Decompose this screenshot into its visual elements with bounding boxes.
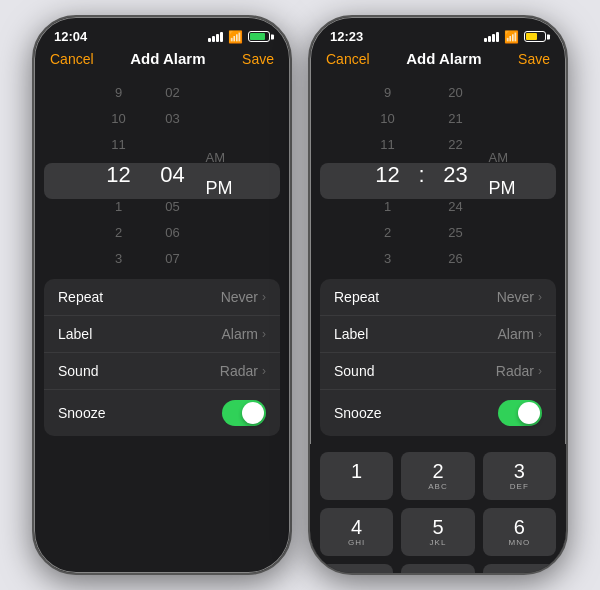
- status-bar-right: 12:23 📶: [310, 17, 566, 48]
- phone-right: 12:23 📶 Cancel Add Alarm Save 9 10: [308, 15, 568, 575]
- sound-label: Sound: [58, 363, 98, 379]
- numpad-key-9[interactable]: 9 WXYZ: [483, 564, 556, 575]
- cancel-button-right[interactable]: Cancel: [326, 51, 370, 67]
- repeat-label-right: Repeat: [334, 289, 379, 305]
- time-right: 12:23: [330, 29, 363, 44]
- sound-value: Radar ›: [220, 363, 266, 379]
- numpad-key-4[interactable]: 4 GHI: [320, 508, 393, 556]
- repeat-value: Never ›: [221, 289, 266, 305]
- settings-list-left: Repeat Never › Label Alarm › Sound Radar…: [44, 279, 280, 436]
- status-bar-left: 12:04 📶: [34, 17, 290, 48]
- snooze-toggle-right[interactable]: [498, 400, 542, 426]
- sound-row-left[interactable]: Sound Radar ›: [44, 353, 280, 390]
- snooze-row-right[interactable]: Snooze: [320, 390, 556, 436]
- chevron-icon: ›: [262, 290, 266, 304]
- status-icons-right: 📶: [484, 30, 546, 44]
- save-button-right[interactable]: Save: [518, 51, 550, 67]
- chevron-icon: ›: [262, 364, 266, 378]
- colon-separator: :: [415, 164, 429, 186]
- snooze-label: Snooze: [58, 405, 105, 421]
- battery-icon-right: [524, 31, 546, 42]
- ampm-column-left[interactable]: AM PM: [200, 144, 233, 206]
- repeat-row-right[interactable]: Repeat Never ›: [320, 279, 556, 316]
- wifi-icon: 📶: [228, 30, 243, 44]
- sound-row-right[interactable]: Sound Radar ›: [320, 353, 556, 390]
- repeat-label: Repeat: [58, 289, 103, 305]
- snooze-label-right: Snooze: [334, 405, 381, 421]
- save-button-left[interactable]: Save: [242, 51, 274, 67]
- chevron-icon: ›: [538, 364, 542, 378]
- label-row-left[interactable]: Label Alarm ›: [44, 316, 280, 353]
- numpad-grid: 1 2 ABC 3 DEF 4 GHI 5 JKL 6 MNO: [320, 452, 556, 575]
- label-value-right: Alarm ›: [497, 326, 542, 342]
- hours-column-left[interactable]: 9 10 11 12 1 2 3: [92, 79, 146, 271]
- wifi-icon-right: 📶: [504, 30, 519, 44]
- alarm-label-right: Label: [334, 326, 368, 342]
- minutes-column-left[interactable]: 02 03 AM 04 05 06 07: [146, 79, 200, 271]
- signal-icon-right: [484, 32, 499, 42]
- numpad-key-7[interactable]: 7 PQRS: [320, 564, 393, 575]
- numpad-key-8[interactable]: 8 TUV: [401, 564, 474, 575]
- time-left: 12:04: [54, 29, 87, 44]
- chevron-icon: ›: [538, 327, 542, 341]
- alarm-label-label: Label: [58, 326, 92, 342]
- nav-bar-left: Cancel Add Alarm Save: [34, 48, 290, 75]
- numpad: 1 2 ABC 3 DEF 4 GHI 5 JKL 6 MNO: [310, 444, 566, 575]
- label-value: Alarm ›: [221, 326, 266, 342]
- sound-value-right: Radar ›: [496, 363, 542, 379]
- time-picker-right: 9 10 11 12 1 2 3 : 20 21 22 23 24 25 26 …: [310, 75, 566, 279]
- time-picker-left: 9 10 11 12 1 2 3 02 03 AM 04 05 06 07 AM…: [34, 75, 290, 279]
- label-row-right[interactable]: Label Alarm ›: [320, 316, 556, 353]
- sound-label-right: Sound: [334, 363, 374, 379]
- ampm-column-right[interactable]: AM PM: [483, 144, 516, 206]
- hours-column-right[interactable]: 9 10 11 12 1 2 3: [361, 79, 415, 271]
- page-title-right: Add Alarm: [406, 50, 481, 67]
- numpad-key-6[interactable]: 6 MNO: [483, 508, 556, 556]
- cancel-button-left[interactable]: Cancel: [50, 51, 94, 67]
- numpad-key-5[interactable]: 5 JKL: [401, 508, 474, 556]
- battery-icon: [248, 31, 270, 42]
- snooze-toggle-left[interactable]: [222, 400, 266, 426]
- signal-icon: [208, 32, 223, 42]
- repeat-row-left[interactable]: Repeat Never ›: [44, 279, 280, 316]
- status-icons-left: 📶: [208, 30, 270, 44]
- numpad-key-3[interactable]: 3 DEF: [483, 452, 556, 500]
- repeat-value-right: Never ›: [497, 289, 542, 305]
- numpad-key-1[interactable]: 1: [320, 452, 393, 500]
- chevron-icon: ›: [538, 290, 542, 304]
- nav-bar-right: Cancel Add Alarm Save: [310, 48, 566, 75]
- chevron-icon: ›: [262, 327, 266, 341]
- phone-left: 12:04 📶 Cancel Add Alarm Save 9 10: [32, 15, 292, 575]
- page-title-left: Add Alarm: [130, 50, 205, 67]
- settings-list-right: Repeat Never › Label Alarm › Sound Radar…: [320, 279, 556, 436]
- minutes-column-right[interactable]: 20 21 22 23 24 25 26: [429, 79, 483, 271]
- snooze-row-left[interactable]: Snooze: [44, 390, 280, 436]
- numpad-key-2[interactable]: 2 ABC: [401, 452, 474, 500]
